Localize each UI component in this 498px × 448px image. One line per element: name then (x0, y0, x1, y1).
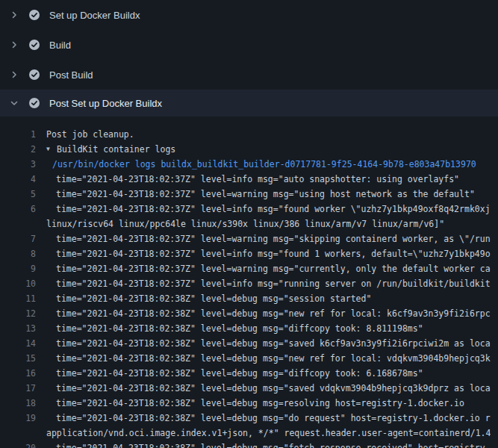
log-row: ▼ application/vnd.oci.image.index.v1+jso… (0, 426, 498, 441)
log-line-number[interactable]: 19 (0, 413, 36, 423)
log-row: 4 ▼ time="2021-04-23T18:02:37Z" level=in… (0, 172, 498, 187)
log-line-text: time="2021-04-23T18:02:38Z" level=debug … (56, 383, 491, 393)
log-line-number[interactable]: 12 (0, 308, 36, 319)
step-title: Build (49, 40, 71, 51)
chevron-right-icon (9, 10, 19, 19)
steps-list: Set up Docker Buildx Build Post Build Po… (0, 0, 498, 116)
log-line-number[interactable]: 5 (0, 189, 36, 199)
log-row: 12 ▼ time="2021-04-23T18:02:38Z" level=d… (0, 306, 498, 321)
log-line-number[interactable]: 16 (0, 368, 36, 379)
log-line-number[interactable]: 13 (0, 323, 36, 334)
log-line-text: time="2021-04-23T18:02:38Z" level=debug … (56, 353, 491, 364)
log-line-text: time="2021-04-23T18:02:37Z" level=info m… (56, 204, 491, 214)
chevron-right-icon (9, 40, 19, 49)
log-row: 3 ▼ /usr/bin/docker logs buildx_buildkit… (0, 157, 498, 172)
step-header-post-build[interactable]: Post Build (0, 60, 498, 90)
log-row: ▼ linux/riscv64 linux/ppc64le linux/s390… (0, 217, 498, 231)
check-circle-icon (28, 9, 40, 21)
log-row: 18 ▼ time="2021-04-23T18:02:38Z" level=d… (0, 396, 498, 411)
log-row: 10 ▼ time="2021-04-23T18:02:37Z" level=i… (0, 276, 498, 291)
log-line-text: Post job cleanup. (46, 129, 134, 140)
log-line-text: time="2021-04-23T18:02:38Z" level=debug … (56, 413, 491, 423)
log-line-number[interactable]: 9 (0, 264, 36, 274)
log-row: 15 ▼ time="2021-04-23T18:02:38Z" level=d… (0, 351, 498, 366)
log-line-text: time="2021-04-23T18:02:37Z" level=warnin… (56, 264, 491, 274)
log-line-text: /usr/bin/docker logs buildx_buildkit_bui… (52, 159, 476, 169)
log-row: 17 ▼ time="2021-04-23T18:02:38Z" level=d… (0, 381, 498, 396)
log-line-number[interactable]: 10 (0, 279, 36, 289)
log-row: 9 ▼ time="2021-04-23T18:02:37Z" level=wa… (0, 261, 498, 276)
check-circle-icon (28, 39, 40, 51)
log-line-text: time="2021-04-23T18:02:37Z" level=warnin… (56, 234, 491, 244)
log-line-text: BuildKit container logs (57, 144, 175, 155)
log-area[interactable]: 1 ▼ Post job cleanup. 2 ▼ BuildKit conta… (0, 116, 498, 448)
log-row: 20 ▼ time="2021-04-23T18:02:38Z" level=d… (0, 441, 498, 448)
step-header-set-up-docker-buildx[interactable]: Set up Docker Buildx (0, 0, 498, 30)
log-row: 2 ▼ BuildKit container logs (0, 142, 498, 157)
log-line-number[interactable]: 3 (0, 159, 36, 169)
log-line-text: time="2021-04-23T18:02:38Z" level=debug … (56, 368, 423, 379)
log-line-number[interactable]: 14 (0, 338, 36, 349)
log-line-text: time="2021-04-23T18:02:38Z" level=debug … (56, 308, 491, 319)
log-line-text: linux/riscv64 linux/ppc64le linux/s390x … (46, 219, 444, 229)
log-row: 19 ▼ time="2021-04-23T18:02:38Z" level=d… (0, 411, 498, 426)
chevron-right-icon (9, 70, 19, 79)
log-line-text: time="2021-04-23T18:02:37Z" level=info m… (56, 279, 491, 289)
log-line-number[interactable]: 1 (0, 129, 36, 140)
log-line-text: application/vnd.oci.image.index.v1+json,… (46, 428, 491, 438)
log-line-text: time="2021-04-23T18:02:38Z" level=debug … (56, 293, 371, 304)
log-line-number[interactable]: 4 (0, 174, 36, 184)
log-line-text: time="2021-04-23T18:02:38Z" level=debug … (56, 338, 491, 349)
log-line-number[interactable]: 7 (0, 234, 36, 244)
log-line-text: time="2021-04-23T18:02:38Z" level=debug … (56, 323, 423, 334)
log-row: 8 ▼ time="2021-04-23T18:02:37Z" level=in… (0, 246, 498, 261)
log-line-number[interactable]: 11 (0, 293, 36, 304)
log-line-text: time="2021-04-23T18:02:37Z" level=warnin… (56, 189, 475, 199)
log-group-toggle-icon[interactable]: ▼ (46, 142, 57, 157)
log-row: 11 ▼ time="2021-04-23T18:02:38Z" level=d… (0, 291, 498, 306)
log-row: 6 ▼ time="2021-04-23T18:02:37Z" level=in… (0, 202, 498, 217)
log-line-text: time="2021-04-23T18:02:37Z" level=info m… (56, 174, 459, 184)
log-row: 1 ▼ Post job cleanup. (0, 127, 498, 142)
log-row: 16 ▼ time="2021-04-23T18:02:38Z" level=d… (0, 366, 498, 381)
log-row: 5 ▼ time="2021-04-23T18:02:37Z" level=wa… (0, 187, 498, 202)
step-title: Set up Docker Buildx (49, 10, 140, 21)
log-row: 7 ▼ time="2021-04-23T18:02:37Z" level=wa… (0, 231, 498, 246)
log-line-number[interactable]: 2 (0, 144, 36, 155)
log-line-number[interactable]: 20 (0, 443, 36, 448)
log-line-number[interactable]: 15 (0, 353, 36, 364)
log-line-text: time="2021-04-23T18:02:37Z" level=info m… (56, 249, 491, 259)
step-title: Post Set up Docker Buildx (49, 98, 162, 109)
log-line-text: time="2021-04-23T18:02:38Z" level=debug … (56, 398, 464, 408)
log-row: 13 ▼ time="2021-04-23T18:02:38Z" level=d… (0, 321, 498, 336)
step-header-build[interactable]: Build (0, 30, 498, 60)
check-circle-icon (28, 69, 40, 81)
log-lines: 1 ▼ Post job cleanup. 2 ▼ BuildKit conta… (0, 127, 498, 448)
chevron-down-icon (9, 99, 19, 108)
log-row: 14 ▼ time="2021-04-23T18:02:38Z" level=d… (0, 336, 498, 351)
log-line-number[interactable]: 18 (0, 398, 36, 408)
check-circle-icon (28, 97, 40, 109)
log-line-text: time="2021-04-23T18:02:38Z" level=debug … (56, 443, 491, 448)
log-line-number[interactable]: 6 (0, 204, 36, 214)
step-title: Post Build (49, 69, 93, 81)
log-line-number[interactable]: 17 (0, 383, 36, 393)
step-header-post-set-up-docker-buildx[interactable]: Post Set up Docker Buildx (0, 90, 498, 116)
log-line-number[interactable]: 8 (0, 249, 36, 259)
